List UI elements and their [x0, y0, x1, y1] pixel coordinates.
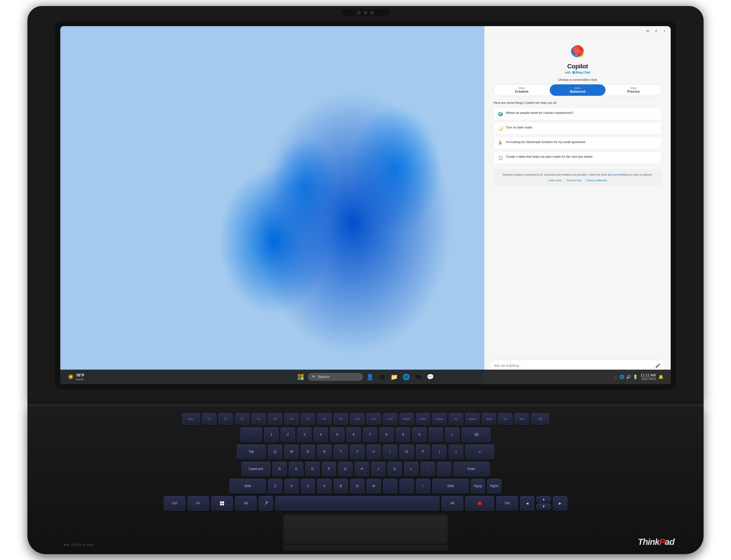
- key-mic[interactable]: 🎤: [259, 496, 273, 511]
- copilot-ask-input[interactable]: [494, 364, 652, 368]
- key-semicolon[interactable]: ;: [420, 462, 435, 476]
- key-fn[interactable]: Fn: [187, 496, 209, 511]
- grid-view-button[interactable]: ⊞: [645, 29, 650, 34]
- key-4[interactable]: 4: [313, 427, 328, 442]
- key-backspace[interactable]: ⌫: [531, 413, 549, 425]
- style-button-balanced[interactable]: More Balanced: [550, 84, 606, 96]
- key-h[interactable]: H: [355, 462, 369, 476]
- key-9[interactable]: 9: [396, 427, 410, 442]
- weather-widget[interactable]: ☀️ 78°F Sunny: [68, 373, 84, 381]
- key-f10[interactable]: F10: [350, 413, 365, 425]
- key-k[interactable]: K: [387, 462, 402, 476]
- key-1[interactable]: 1: [264, 427, 279, 442]
- style-button-creative[interactable]: More Creative: [494, 84, 550, 96]
- key-enter2[interactable]: Enter: [453, 462, 490, 476]
- key-end[interactable]: End: [482, 413, 496, 425]
- key-f6[interactable]: F6: [284, 413, 299, 425]
- key-trackpoint-btn[interactable]: [465, 496, 494, 511]
- trackpoint[interactable]: [478, 501, 482, 506]
- key-quote[interactable]: ': [437, 462, 451, 476]
- key-0[interactable]: 0: [412, 427, 427, 442]
- key-p[interactable]: P: [416, 445, 430, 459]
- key-shift-left[interactable]: Shift: [229, 479, 266, 493]
- key-minus[interactable]: -: [429, 427, 443, 442]
- key-u[interactable]: U: [366, 445, 381, 459]
- battery-icon[interactable]: 🔋: [633, 375, 638, 379]
- taskbar-icon-store[interactable]: 🛍: [414, 372, 423, 382]
- key-slash[interactable]: /: [416, 479, 430, 493]
- key-alt-right[interactable]: Alt: [441, 496, 463, 511]
- key-insert[interactable]: Ins: [498, 413, 513, 425]
- key-enter[interactable]: ↵: [465, 445, 494, 459]
- key-pause[interactable]: Pause: [432, 413, 447, 425]
- key-arrow-right[interactable]: ▶: [553, 496, 567, 511]
- key-tab[interactable]: Tab: [237, 445, 266, 459]
- key-delete[interactable]: Del: [514, 413, 529, 425]
- suggestion-item-1[interactable]: 🌍 Where do people travel for culinary ex…: [494, 108, 662, 120]
- taskbar-icon-photos[interactable]: 👤: [365, 372, 375, 382]
- key-pgdn[interactable]: PgDn: [487, 479, 502, 493]
- suggestion-item-2[interactable]: 🌙 Turn on dark mode: [494, 122, 662, 135]
- key-i[interactable]: I: [383, 445, 397, 459]
- key-arrow-left[interactable]: ◀: [520, 496, 535, 511]
- key-backspace2[interactable]: ⌫: [461, 427, 491, 442]
- key-q[interactable]: Q: [268, 445, 282, 459]
- key-fn2[interactable]: Fn: [449, 413, 463, 425]
- start-button[interactable]: [296, 372, 305, 382]
- search-bar[interactable]: 🔍 Search: [308, 373, 363, 381]
- key-capslock[interactable]: CapsLock: [241, 462, 270, 476]
- key-esc[interactable]: Esc: [182, 413, 200, 425]
- key-w[interactable]: W: [284, 445, 299, 459]
- key-ctrl-right[interactable]: Ctrl: [496, 496, 518, 511]
- clock[interactable]: 11:11 AM 10/27/2023: [640, 373, 656, 381]
- key-arrow-down[interactable]: ▼: [536, 503, 551, 510]
- volume-icon[interactable]: 🔊: [626, 375, 631, 379]
- key-z[interactable]: Z: [268, 479, 282, 493]
- key-m[interactable]: M: [366, 479, 381, 493]
- notification-icon[interactable]: 🔔: [658, 375, 663, 379]
- learn-more-link[interactable]: Learn more: [548, 178, 562, 182]
- taskbar-icon-edge[interactable]: 🌐: [402, 372, 411, 382]
- terms-of-use-link[interactable]: Terms of use: [567, 178, 581, 182]
- key-rbracket[interactable]: ]: [449, 445, 463, 459]
- key-space[interactable]: [275, 496, 440, 511]
- key-f3[interactable]: F3: [235, 413, 249, 425]
- key-n[interactable]: N: [350, 479, 365, 493]
- key-l[interactable]: L: [404, 462, 418, 476]
- key-f4[interactable]: F4: [251, 413, 266, 425]
- taskbar-icon-widgets[interactable]: ⊞: [377, 372, 387, 382]
- key-f9[interactable]: F9: [334, 413, 348, 425]
- key-shift-right[interactable]: Shift: [432, 479, 469, 493]
- key-comma[interactable]: ,: [383, 479, 397, 493]
- send-feedback-link[interactable]: send feedback: [613, 173, 629, 176]
- key-3[interactable]: 3: [297, 427, 312, 442]
- key-b[interactable]: B: [334, 479, 348, 493]
- chevron-up-icon[interactable]: ︿: [613, 374, 618, 380]
- key-y[interactable]: Y: [350, 445, 365, 459]
- key-f1[interactable]: F1: [202, 413, 217, 425]
- key-a[interactable]: A: [272, 462, 287, 476]
- key-o[interactable]: O: [399, 445, 414, 459]
- taskbar-icon-teams[interactable]: 💬: [426, 372, 435, 382]
- key-f8[interactable]: F8: [317, 413, 332, 425]
- key-pgup[interactable]: PgUp: [471, 479, 485, 493]
- key-ctrl-left[interactable]: Ctrl: [164, 496, 185, 511]
- key-f11[interactable]: F11: [366, 413, 381, 425]
- key-lbracket[interactable]: [: [432, 445, 447, 459]
- trackpad[interactable]: [283, 514, 448, 544]
- key-f12[interactable]: F12: [383, 413, 397, 425]
- key-arrow-up[interactable]: ▲: [536, 496, 551, 503]
- key-v[interactable]: V: [317, 479, 332, 493]
- key-f2[interactable]: F2: [218, 413, 233, 425]
- key-5[interactable]: 5: [330, 427, 344, 442]
- key-mode[interactable]: Mode: [399, 413, 414, 425]
- key-alt-left[interactable]: Alt: [235, 496, 257, 511]
- key-8[interactable]: 8: [379, 427, 394, 442]
- key-f7[interactable]: F7: [301, 413, 315, 425]
- key-f5[interactable]: F5: [268, 413, 282, 425]
- suggestion-item-4[interactable]: 📋 Create a table that helps me plan meal…: [494, 151, 662, 164]
- key-2[interactable]: 2: [281, 427, 295, 442]
- key-r[interactable]: R: [317, 445, 332, 459]
- privacy-statement-link[interactable]: Privacy statement: [586, 178, 607, 182]
- key-prtsc[interactable]: PrtSc: [416, 413, 430, 425]
